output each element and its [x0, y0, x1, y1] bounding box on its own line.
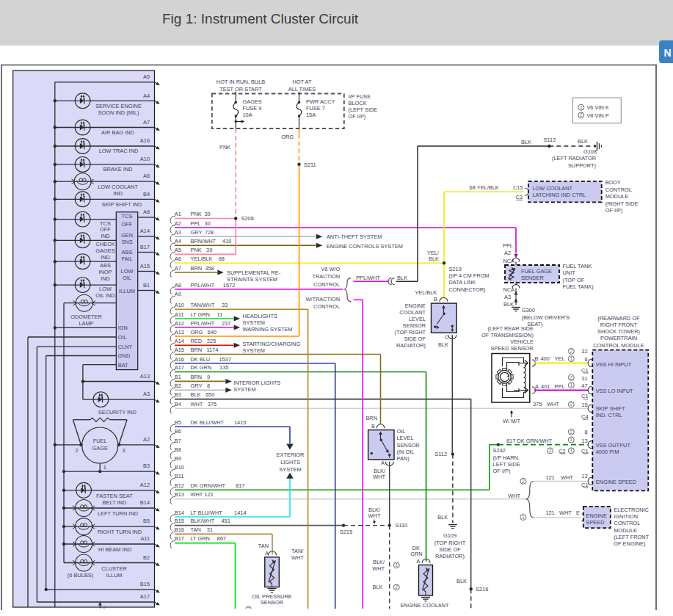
- svg-text:FUSE 7: FUSE 7: [306, 105, 325, 112]
- svg-text:47: 47: [581, 383, 587, 389]
- svg-text:ORG: ORG: [281, 134, 294, 140]
- svg-text:ABS: ABS: [122, 249, 133, 256]
- svg-text:LOW: LOW: [99, 286, 112, 292]
- svg-text:68 YEL/BLK: 68 YEL/BLK: [470, 184, 499, 191]
- svg-text:SNS: SNS: [121, 239, 132, 245]
- svg-text:BLOCK: BLOCK: [349, 100, 367, 106]
- svg-text:9: 9: [207, 374, 210, 380]
- svg-text:B1: B1: [143, 282, 150, 289]
- svg-text:ENGINE COOLANT: ENGINE COOLANT: [400, 602, 449, 609]
- svg-text:BELT IND: BELT IND: [103, 499, 127, 506]
- svg-text:IND: IND: [101, 275, 110, 282]
- svg-text:(IN OIL: (IN OIL: [397, 449, 415, 455]
- svg-text:375: 375: [208, 401, 217, 407]
- svg-text:A: A: [381, 460, 385, 466]
- svg-text:CONTROL: CONTROL: [614, 520, 640, 526]
- svg-text:W/ M/T: W/ M/T: [503, 418, 520, 424]
- svg-text:2: 2: [395, 584, 398, 590]
- svg-text:6: 6: [584, 356, 587, 363]
- svg-text:B2: B2: [143, 554, 150, 561]
- svg-text:33: 33: [222, 302, 228, 308]
- svg-text:TCS: TCS: [100, 220, 111, 227]
- svg-text:V8 VIN P: V8 VIN P: [586, 112, 608, 119]
- svg-text:OFF: OFF: [122, 221, 133, 228]
- svg-text:8: 8: [207, 383, 210, 389]
- svg-text:OIL: OIL: [397, 428, 406, 435]
- svg-text:YEL: YEL: [555, 355, 565, 362]
- svg-text:CONTROL MODULE: CONTROL MODULE: [593, 342, 644, 349]
- svg-text:ABS: ABS: [100, 262, 111, 269]
- svg-text:A1: A1: [175, 211, 181, 217]
- svg-text:MODULE: MODULE: [614, 527, 637, 534]
- svg-text:BLK: BLK: [437, 514, 448, 521]
- svg-text:A11: A11: [175, 311, 184, 318]
- svg-text:11: 11: [217, 311, 223, 318]
- svg-text:375: 375: [533, 401, 542, 407]
- svg-text:IGNITION: IGNITION: [614, 513, 638, 520]
- svg-text:121: 121: [205, 491, 214, 498]
- svg-text:15A: 15A: [306, 112, 316, 118]
- svg-text:358: 358: [205, 265, 214, 272]
- svg-text:GEN: GEN: [121, 232, 133, 239]
- svg-text:FUEL TANK: FUEL TANK: [563, 263, 592, 269]
- svg-text:HOT AT: HOT AT: [292, 79, 311, 85]
- svg-text:B7: B7: [175, 438, 181, 444]
- svg-text:BLK: BLK: [503, 301, 514, 308]
- svg-text:A5: A5: [143, 73, 150, 80]
- svg-text:(LEFT SIDE: (LEFT SIDE: [349, 106, 378, 113]
- svg-text:BRN: BRN: [191, 265, 203, 272]
- svg-text:HOT IN RUN, BULB: HOT IN RUN, BULB: [217, 79, 265, 85]
- svg-text:DK BLU/WHT: DK BLU/WHT: [191, 419, 225, 426]
- svg-text:1: 1: [570, 383, 572, 388]
- svg-text:A: A: [265, 550, 269, 557]
- svg-text:NCA: NCA: [503, 286, 514, 293]
- svg-text:B4: B4: [143, 191, 150, 198]
- svg-text:B14: B14: [140, 499, 150, 506]
- svg-text:1: 1: [395, 562, 398, 568]
- svg-text:LEFT TURN IND: LEFT TURN IND: [98, 510, 138, 517]
- svg-text:(LEFT REAR SIDE: (LEFT REAR SIDE: [488, 325, 534, 332]
- svg-text:LAMP: LAMP: [79, 320, 93, 327]
- svg-text:A7: A7: [175, 265, 181, 272]
- svg-text:SENDER: SENDER: [521, 275, 544, 281]
- svg-text:SIDE OF: SIDE OF: [404, 336, 426, 342]
- svg-text:B2: B2: [175, 383, 181, 389]
- svg-text:BLK: BLK: [578, 138, 588, 145]
- svg-text:S112: S112: [434, 451, 447, 457]
- svg-text:(6 BULBS): (6 BULBS): [68, 572, 93, 579]
- svg-text:A14: A14: [140, 228, 150, 234]
- svg-text:SIDE OF: SIDE OF: [439, 546, 461, 553]
- svg-text:ALL TIMES: ALL TIMES: [288, 86, 316, 93]
- svg-text:CONTROL: CONTROL: [605, 186, 632, 193]
- svg-text:ILLUM: ILLUM: [119, 288, 135, 294]
- svg-text:S113: S113: [544, 137, 556, 143]
- svg-text:3: 3: [123, 447, 125, 454]
- svg-text:W/TRACTION: W/TRACTION: [305, 296, 340, 302]
- svg-text:ENGINE CONTROLS SYSTEM: ENGINE CONTROLS SYSTEM: [327, 243, 403, 250]
- svg-text:OFF: OFF: [100, 226, 111, 233]
- svg-text:SECURITY IND: SECURITY IND: [98, 409, 137, 416]
- svg-text:WHT: WHT: [191, 401, 203, 407]
- svg-text:TAN/: TAN/: [291, 548, 304, 554]
- svg-text:FUEL: FUEL: [93, 438, 107, 444]
- svg-text:CLNT: CLNT: [118, 344, 133, 350]
- svg-text:15: 15: [581, 402, 587, 408]
- svg-text:VSS OUTPUT: VSS OUTPUT: [596, 442, 631, 449]
- svg-text:BLK: BLK: [429, 256, 439, 262]
- svg-text:1414: 1414: [234, 510, 246, 516]
- svg-text:2: 2: [549, 448, 552, 453]
- svg-text:E: E: [576, 510, 580, 516]
- svg-text:OF ENGINE): OF ENGINE): [614, 540, 645, 547]
- svg-text:1: 1: [103, 464, 106, 471]
- svg-text:31: 31: [207, 526, 213, 533]
- svg-text:BLK: BLK: [397, 275, 407, 281]
- svg-text:I/P FUSE: I/P FUSE: [349, 93, 371, 100]
- svg-text:A2: A2: [143, 436, 150, 443]
- svg-text:A3: A3: [175, 229, 181, 236]
- svg-text:PAN): PAN): [397, 455, 410, 462]
- svg-text:(TOP RIGHT: (TOP RIGHT: [434, 540, 466, 546]
- svg-text:B5: B5: [175, 419, 181, 426]
- svg-text:A10: A10: [175, 302, 184, 308]
- svg-text:GAGE: GAGE: [92, 445, 108, 452]
- svg-text:A13: A13: [140, 373, 150, 380]
